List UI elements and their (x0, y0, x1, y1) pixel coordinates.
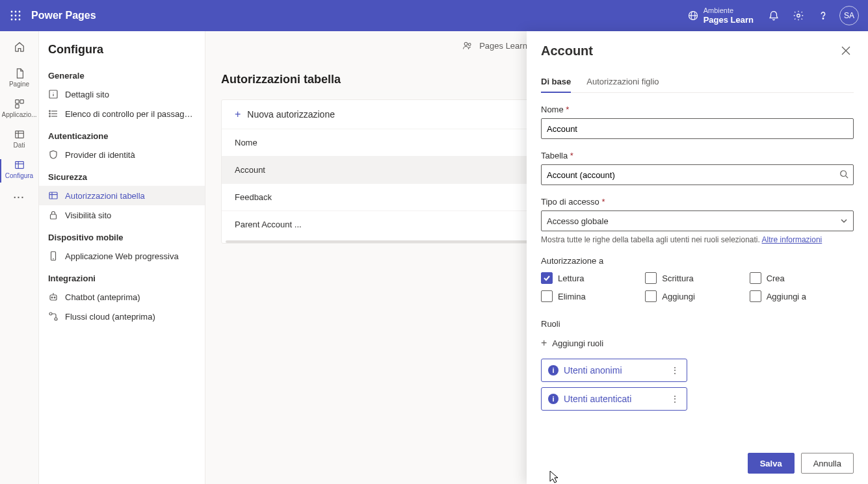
checkbox-box (645, 272, 657, 284)
svg-point-44 (464, 42, 467, 45)
sidebar-item-label: Dettagli sito (65, 90, 109, 99)
rail-item-pages[interactable]: Pagine (0, 62, 39, 93)
checkbox-box (645, 290, 657, 302)
flow-icon (48, 311, 59, 322)
rail-item-apps[interactable]: Applicazio... (0, 93, 39, 123)
lock-icon (48, 210, 59, 220)
shield-icon (48, 149, 59, 160)
details-panel: Account Di base Autorizzazioni figlio No… (527, 31, 868, 484)
checkbox-box (541, 272, 553, 284)
row-name: Feedback (235, 192, 564, 202)
tab-basic[interactable]: Di base (541, 71, 571, 93)
svg-rect-14 (15, 100, 18, 103)
svg-point-7 (15, 19, 17, 21)
sidebar-item[interactable]: Provider di identità (39, 145, 205, 164)
table-lookup-input[interactable] (541, 164, 854, 185)
permission-checkbox[interactable]: Lettura (541, 272, 645, 284)
svg-rect-17 (15, 131, 23, 138)
table-icon (48, 190, 59, 201)
rail-more-button[interactable]: ··· (4, 187, 35, 208)
rail-label-configure: Configura (2, 172, 37, 179)
sidebar-item[interactable]: Chatbot (anteprima) (39, 287, 205, 307)
sidebar-item-label: Autorizzazioni tabella (65, 191, 145, 201)
sidebar-item[interactable]: Dettagli sito (39, 84, 205, 104)
permission-checkbox[interactable]: Aggiungi a (750, 290, 854, 302)
col-name: Nome (235, 138, 564, 147)
save-button[interactable]: Salva (748, 453, 795, 474)
phone-icon (48, 251, 59, 261)
panel-tabs: Di base Autorizzazioni figlio (541, 71, 854, 93)
panel-close-button[interactable] (838, 43, 854, 58)
sidebar-item[interactable]: Autorizzazioni tabella (39, 186, 205, 205)
checkbox-label: Elimina (558, 292, 586, 301)
top-bar: Power Pages Ambiente Pages Learn SA (0, 0, 868, 31)
access-type-select[interactable]: Accesso globale (541, 210, 854, 231)
access-type-value: Accesso globale (547, 216, 609, 226)
environment-label: Ambiente (704, 6, 754, 15)
sidebar-group-header: Autenticazione (39, 123, 205, 145)
sidebar-item[interactable]: Visibilità sito (39, 205, 205, 225)
environment-picker[interactable]: Ambiente Pages Learn (688, 6, 754, 25)
app-launcher-button[interactable] (5, 5, 26, 26)
table-label: Tabella (541, 151, 568, 160)
list-icon (48, 108, 59, 119)
role-chip[interactable]: iUtenti anonimi ⋮ (541, 359, 687, 382)
role-label: Utenti autenticati (564, 394, 631, 404)
svg-point-8 (19, 19, 21, 21)
access-hint: Mostra tutte le righe della tabella agli… (541, 235, 760, 244)
svg-point-0 (11, 11, 13, 13)
rail-item-configure[interactable]: Configura (0, 154, 39, 185)
left-rail: Pagine Applicazio... Dati Configura ··· (0, 31, 39, 484)
sidebar-title: Configura (39, 31, 205, 63)
svg-point-1 (15, 11, 17, 13)
add-roles-label: Aggiungi ruoli (552, 338, 603, 348)
help-button[interactable] (811, 0, 835, 31)
settings-button[interactable] (786, 0, 811, 31)
svg-rect-15 (20, 100, 23, 103)
access-hint-link[interactable]: Altre informazioni (762, 235, 822, 244)
svg-rect-38 (50, 295, 57, 300)
sidebar-item[interactable]: Applicazione Web progressiva (39, 246, 205, 266)
sidebar: Configura GeneraleDettagli sitoElenco di… (39, 31, 205, 484)
svg-point-39 (51, 297, 53, 298)
new-permission-label: Nuova autorizzazione (247, 109, 335, 120)
permission-checkbox[interactable]: Scrittura (645, 272, 749, 284)
tab-child-permissions[interactable]: Autorizzazioni figlio (586, 71, 659, 92)
sidebar-item-label: Visibilità sito (65, 210, 111, 220)
permission-checkbox[interactable]: Aggiungi (645, 290, 749, 302)
row-name: Parent Account ... (235, 220, 564, 229)
checkbox-label: Lettura (558, 274, 584, 283)
panel-title: Account (541, 44, 593, 58)
permission-checkbox[interactable]: Elimina (541, 290, 645, 302)
chevron-down-icon (840, 217, 848, 225)
info-icon: i (548, 394, 559, 404)
bot-icon (48, 292, 59, 302)
role-label: Utenti anonimi (564, 365, 622, 376)
sidebar-group-header: Integrazioni (39, 266, 205, 287)
role-menu-button[interactable]: ⋮ (670, 394, 680, 404)
sidebar-item-label: Provider di identità (65, 150, 135, 160)
svg-point-6 (11, 19, 13, 21)
permission-checkbox[interactable]: Crea (750, 272, 854, 284)
info-icon (48, 89, 59, 99)
notifications-button[interactable] (761, 0, 786, 31)
sidebar-item[interactable]: Elenco di controllo per il passaggio... (39, 104, 205, 123)
checkbox-label: Aggiungi a (767, 292, 806, 301)
rail-label-apps: Applicazio... (2, 111, 37, 118)
add-roles-button[interactable]: + Aggiungi ruoli (541, 333, 854, 353)
svg-point-45 (469, 44, 471, 46)
name-input[interactable] (541, 118, 854, 139)
role-menu-button[interactable]: ⋮ (670, 365, 680, 376)
permissions-label: Autorizzazione a (541, 256, 854, 266)
svg-rect-35 (51, 214, 57, 219)
sidebar-group-header: Generale (39, 63, 205, 84)
sidebar-item[interactable]: Flussi cloud (anteprima) (39, 307, 205, 326)
row-name: Account (235, 165, 564, 175)
user-avatar[interactable]: SA (839, 6, 859, 25)
rail-home[interactable] (4, 35, 35, 58)
cancel-button[interactable]: Annulla (801, 453, 854, 474)
sidebar-group-header: Sicurezza (39, 164, 205, 186)
rail-item-data[interactable]: Dati (0, 123, 39, 154)
roles-label: Ruoli (541, 319, 854, 329)
role-chip[interactable]: iUtenti autenticati ⋮ (541, 387, 687, 411)
